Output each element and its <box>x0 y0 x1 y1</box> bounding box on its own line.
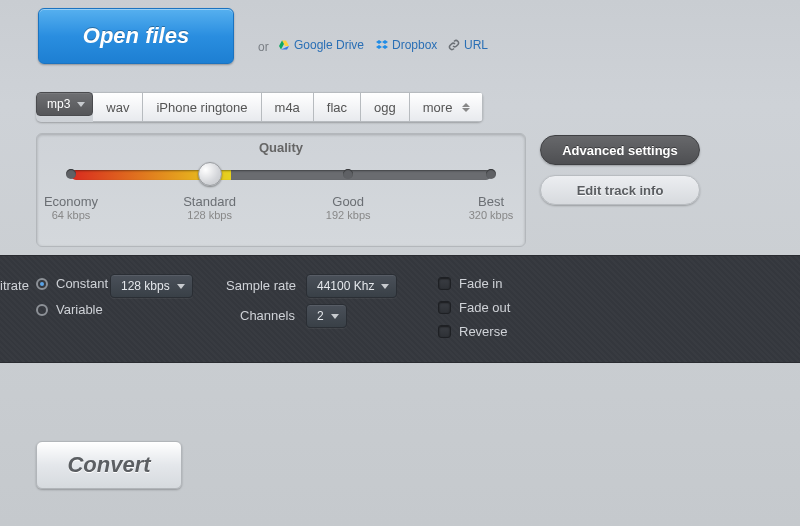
fade-out-label: Fade out <box>459 300 510 315</box>
bitrate-variable-radio[interactable]: Variable <box>36 302 103 317</box>
quality-stop-label: Standard128 kbps <box>175 194 245 221</box>
radio-on-icon <box>36 278 48 290</box>
format-tab-m4a[interactable]: m4a <box>262 92 314 122</box>
channels-select[interactable]: 2 <box>306 304 347 328</box>
radio-off-icon <box>36 304 48 316</box>
quality-tick <box>486 169 496 179</box>
or-label: or <box>258 40 269 54</box>
format-tab-more[interactable]: more <box>410 92 484 122</box>
source-url-label: URL <box>464 38 488 52</box>
quality-stop-label: Best320 kbps <box>456 194 526 221</box>
format-tab-label: ogg <box>374 100 396 115</box>
source-dropbox-label: Dropbox <box>392 38 437 52</box>
samplerate-label: Sample rate <box>226 278 296 293</box>
format-tab-label: flac <box>327 100 347 115</box>
quality-panel: Quality Economy64 kbpsStandard128 kbpsGo… <box>36 133 526 247</box>
dropbox-icon <box>376 39 388 51</box>
quality-stop-label: Economy64 kbps <box>36 194 106 221</box>
advanced-panel: itrate Constant Variable 128 kbps Sample… <box>0 255 800 363</box>
fade-out-checkbox[interactable]: Fade out <box>438 300 510 315</box>
source-dropbox[interactable]: Dropbox <box>376 38 437 52</box>
checkbox-icon <box>438 301 451 314</box>
quality-slider[interactable] <box>71 170 491 180</box>
open-files-button[interactable]: Open files <box>38 8 234 64</box>
edit-track-info-button[interactable]: Edit track info <box>540 175 700 205</box>
reverse-checkbox[interactable]: Reverse <box>438 324 507 339</box>
format-tab-flac[interactable]: flac <box>314 92 361 122</box>
fade-in-checkbox[interactable]: Fade in <box>438 276 502 291</box>
reverse-label: Reverse <box>459 324 507 339</box>
samplerate-select[interactable]: 44100 Khz <box>306 274 397 298</box>
quality-tick <box>66 169 76 179</box>
format-tab-label: m4a <box>275 100 300 115</box>
quality-stop-label: Good192 kbps <box>313 194 383 221</box>
format-tab-label: iPhone ringtone <box>156 100 247 115</box>
bitrate-constant-label: Constant <box>56 276 108 291</box>
channels-label: Channels <box>240 308 295 323</box>
checkbox-icon <box>438 277 451 290</box>
bitrate-variable-label: Variable <box>56 302 103 317</box>
format-tab-ogg[interactable]: ogg <box>361 92 410 122</box>
google-drive-icon <box>278 39 290 51</box>
chevron-updown-icon <box>458 103 474 112</box>
checkbox-icon <box>438 325 451 338</box>
advanced-settings-button[interactable]: Advanced settings <box>540 135 700 165</box>
format-tab-label: more <box>423 100 453 115</box>
quality-tick <box>343 169 353 179</box>
bitrate-constant-radio[interactable]: Constant <box>36 276 108 291</box>
format-tab-iphone-ringtone[interactable]: iPhone ringtone <box>143 92 261 122</box>
format-tab-label: mp3 <box>47 97 70 111</box>
source-url[interactable]: URL <box>448 38 488 52</box>
format-tab-wav[interactable]: wav <box>93 92 143 122</box>
source-google-drive[interactable]: Google Drive <box>278 38 364 52</box>
quality-handle[interactable] <box>198 162 222 186</box>
bitrate-select[interactable]: 128 kbps <box>110 274 193 298</box>
fade-in-label: Fade in <box>459 276 502 291</box>
quality-title: Quality <box>37 134 525 155</box>
bitrate-label: itrate <box>0 278 29 293</box>
format-tab-mp3[interactable]: mp3 <box>36 92 93 116</box>
format-tab-label: wav <box>106 100 129 115</box>
source-google-drive-label: Google Drive <box>294 38 364 52</box>
link-icon <box>448 39 460 51</box>
format-tabs: mp3waviPhone ringtonem4aflacoggmore <box>36 92 483 122</box>
convert-button[interactable]: Convert <box>36 441 182 489</box>
